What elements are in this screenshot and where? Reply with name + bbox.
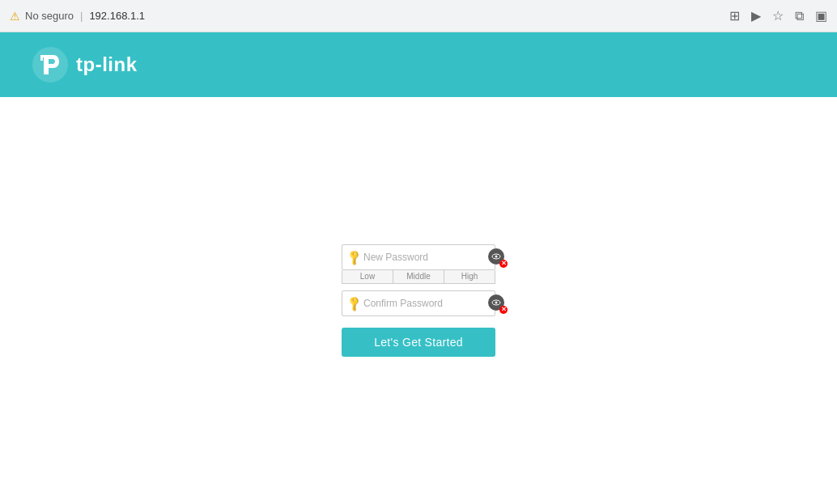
strength-low: Low <box>342 270 393 283</box>
eye-svg-confirm <box>491 298 501 307</box>
security-label: No seguro <box>25 10 74 22</box>
tplink-logo-icon <box>32 47 68 83</box>
eye-icon-container-confirm: ✕ <box>488 294 506 312</box>
warning-icon: ⚠ <box>10 10 20 23</box>
main-content: 🔑 ✕ Low Mi <box>36 97 801 504</box>
ip-address: 192.168.1.1 <box>89 10 145 22</box>
confirm-password-row: 🔑 ✕ <box>342 290 495 316</box>
confirm-password-input[interactable] <box>363 298 485 309</box>
browser-bar: ⚠ No seguro | 192.168.1.1 ⊞ ▶ ☆ ⧉ ▣ <box>0 0 837 32</box>
strength-bar: Low Middle High <box>342 270 495 284</box>
form-container: 🔑 ✕ Low Mi <box>342 244 495 357</box>
key-icon-confirm: 🔑 <box>345 294 363 312</box>
page-wrapper: tp-link 🔑 ✕ <box>0 32 837 504</box>
logo-text: tp-link <box>76 53 138 76</box>
address-bar: ⚠ No seguro | 192.168.1.1 <box>10 10 145 23</box>
play-icon[interactable]: ▶ <box>751 8 761 23</box>
key-icon-new: 🔑 <box>345 248 363 266</box>
eye-icon-container-new: ✕ <box>488 248 506 266</box>
new-password-row: 🔑 ✕ <box>342 244 495 270</box>
eye-svg-new <box>491 252 501 261</box>
translate-icon[interactable]: ⊞ <box>729 8 740 23</box>
logo-container: tp-link <box>32 47 138 83</box>
toolbar-icons: ⊞ ▶ ☆ ⧉ ▣ <box>729 8 827 23</box>
star-icon[interactable]: ☆ <box>772 8 784 23</box>
new-password-input[interactable] <box>363 252 485 263</box>
header: tp-link <box>0 32 837 97</box>
window-icon[interactable]: ▣ <box>815 8 827 23</box>
submit-button[interactable]: Let's Get Started <box>342 328 495 357</box>
svg-point-2 <box>495 256 498 258</box>
badge-x-new: ✕ <box>499 260 508 268</box>
confirm-password-toggle-button[interactable]: ✕ <box>488 294 506 312</box>
svg-point-4 <box>495 302 498 304</box>
puzzle-icon[interactable]: ⧉ <box>795 9 804 23</box>
separator: | <box>80 10 83 22</box>
badge-x-confirm: ✕ <box>499 306 508 314</box>
new-password-toggle-button[interactable]: ✕ <box>488 248 506 266</box>
strength-high: High <box>444 270 495 283</box>
strength-middle: Middle <box>393 270 444 283</box>
